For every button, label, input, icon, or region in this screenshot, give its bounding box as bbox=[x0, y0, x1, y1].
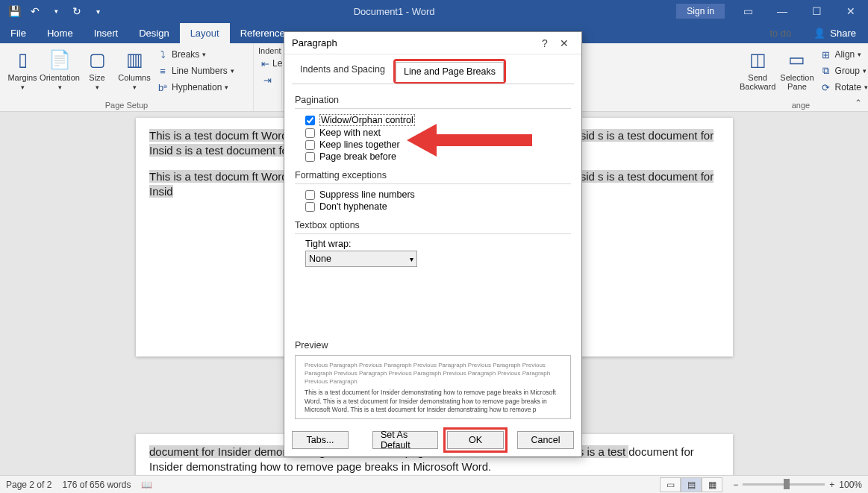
preview-prev-text: Previous Paragraph Previous Paragraph Pr… bbox=[305, 362, 561, 386]
share-button[interactable]: 👤 Share bbox=[802, 23, 868, 43]
close-icon[interactable]: ✕ bbox=[834, 0, 868, 22]
group-button[interactable]: ⧉Group▾ bbox=[817, 63, 868, 79]
align-button[interactable]: ⊞Align▾ bbox=[817, 46, 868, 63]
columns-label: Columns bbox=[118, 73, 150, 82]
tab-indents-spacing[interactable]: Indents and Spacing bbox=[292, 60, 393, 84]
page-break-label: Page break before bbox=[319, 151, 396, 162]
share-label: Share bbox=[830, 28, 856, 39]
tab-line-page-label: Line and Page Breaks bbox=[404, 66, 496, 77]
preview-box: Previous Paragraph Previous Paragraph Pr… bbox=[295, 355, 571, 419]
size-label: Size bbox=[89, 73, 104, 82]
suppress-input[interactable] bbox=[305, 190, 315, 200]
preview-mid-text: This is a test document for Insider demo… bbox=[305, 389, 561, 414]
redo-icon[interactable]: ↻ bbox=[67, 2, 87, 20]
group-btn-label: Group bbox=[835, 66, 860, 76]
title-bar: 💾 ↶ ▾ ↻ ▾ Document1 - Word Sign in ▭ — ☐… bbox=[0, 0, 868, 22]
send-backward-icon: ◫ bbox=[746, 48, 769, 72]
status-word-count[interactable]: 176 of 656 words bbox=[62, 480, 131, 490]
group-icon: ⧉ bbox=[820, 65, 832, 77]
keep-lines-together-checkbox[interactable]: Keep lines together bbox=[295, 139, 571, 151]
keep-lines-label: Keep lines together bbox=[319, 139, 400, 150]
maximize-icon[interactable]: ☐ bbox=[799, 0, 834, 22]
dont-hyphenate-checkbox[interactable]: Don't hyphenate bbox=[295, 201, 571, 213]
share-icon: 👤 bbox=[814, 28, 825, 39]
tab-layout[interactable]: Layout bbox=[180, 23, 230, 43]
line-numbers-button[interactable]: ≡Line Numbers▾ bbox=[154, 63, 237, 79]
tab-line-page-breaks[interactable]: Line and Page Breaks bbox=[396, 62, 504, 82]
keep-with-next-label: Keep with next bbox=[319, 128, 381, 138]
columns-button[interactable]: ▥Columns▾ bbox=[116, 46, 152, 92]
set-default-button[interactable]: Set As Default bbox=[372, 431, 438, 449]
orientation-icon: 📄 bbox=[48, 48, 72, 72]
zoom-slider[interactable] bbox=[743, 483, 825, 486]
dialog-close-icon[interactable]: ✕ bbox=[555, 37, 574, 49]
suppress-line-numbers-checkbox[interactable]: Suppress line numbers bbox=[295, 189, 571, 201]
formatting-heading: Formatting exceptions bbox=[295, 170, 571, 180]
hyphenation-button[interactable]: bᵃHyphenation▾ bbox=[154, 79, 237, 95]
tab-insert[interactable]: Insert bbox=[84, 23, 129, 43]
sign-in-button[interactable]: Sign in bbox=[676, 4, 725, 19]
chevron-down-icon: ▾ bbox=[410, 255, 413, 263]
pagination-heading: Pagination bbox=[295, 95, 571, 105]
page-break-input[interactable] bbox=[305, 152, 315, 162]
tabs-button[interactable]: Tabs... bbox=[292, 431, 349, 449]
save-icon[interactable]: 💾 bbox=[4, 2, 24, 20]
selection-pane-button[interactable]: ▭Selection Pane bbox=[778, 46, 815, 92]
hyphenation-icon: bᵃ bbox=[157, 81, 169, 93]
selection-pane-icon: ▭ bbox=[785, 48, 809, 72]
indent-left-frag: Le bbox=[272, 58, 282, 69]
send-backward-label: Send Backward bbox=[740, 73, 775, 91]
tab-truncated[interactable]: to do bbox=[759, 23, 802, 43]
window-controls: Sign in ▭ — ☐ ✕ bbox=[676, 0, 868, 22]
textbox-options-heading: Textbox options bbox=[295, 220, 571, 230]
read-mode-icon[interactable]: ▭ bbox=[660, 477, 681, 492]
tab-file[interactable]: File bbox=[0, 23, 37, 43]
web-layout-icon[interactable]: ▦ bbox=[702, 477, 722, 492]
minimize-icon[interactable]: — bbox=[765, 0, 799, 22]
status-proofing-icon[interactable]: 📖 bbox=[141, 480, 152, 490]
ribbon-options-icon[interactable]: ▭ bbox=[731, 0, 765, 22]
zoom-out-icon[interactable]: − bbox=[733, 480, 738, 490]
send-backward-button[interactable]: ◫Send Backward bbox=[738, 46, 777, 92]
keep-with-next-input[interactable] bbox=[305, 128, 315, 138]
keep-with-next-checkbox[interactable]: Keep with next bbox=[295, 127, 571, 139]
widow-orphan-label: Widow/Orphan control bbox=[319, 114, 415, 126]
ok-button[interactable]: OK bbox=[447, 431, 504, 449]
keep-lines-input[interactable] bbox=[305, 140, 315, 150]
tight-wrap-select[interactable]: None▾ bbox=[305, 251, 417, 267]
print-layout-icon[interactable]: ▤ bbox=[681, 477, 702, 492]
dont-hyphenate-input[interactable] bbox=[305, 202, 315, 212]
collapse-ribbon-icon[interactable]: ⌃ bbox=[855, 98, 862, 108]
margins-label: Margins bbox=[7, 73, 37, 82]
undo-more-icon[interactable]: ▾ bbox=[46, 2, 66, 20]
dialog-titlebar: Paragraph ? ✕ bbox=[284, 32, 581, 54]
rotate-icon: ⟳ bbox=[820, 81, 832, 93]
zoom-controls: − + 100% bbox=[733, 480, 862, 490]
widow-orphan-checkbox[interactable]: Widow/Orphan control bbox=[295, 113, 571, 127]
view-buttons: ▭ ▤ ▦ bbox=[660, 477, 722, 492]
page-break-before-checkbox[interactable]: Page break before bbox=[295, 151, 571, 163]
preview-heading: Preview bbox=[295, 340, 571, 351]
widow-orphan-input[interactable] bbox=[305, 116, 315, 125]
rotate-button[interactable]: ⟳Rotate▾ bbox=[817, 79, 868, 95]
undo-icon[interactable]: ↶ bbox=[25, 2, 45, 20]
breaks-button[interactable]: ⤵Breaks▾ bbox=[154, 46, 237, 63]
rotate-label: Rotate bbox=[835, 82, 861, 92]
zoom-in-icon[interactable]: + bbox=[829, 480, 834, 490]
dialog-help-icon[interactable]: ? bbox=[535, 37, 555, 49]
dialog-tabs: Indents and Spacing Line and Page Breaks bbox=[284, 54, 581, 84]
indent-right-button[interactable]: ⇥ bbox=[258, 72, 277, 88]
tab-home[interactable]: Home bbox=[37, 23, 84, 43]
qat-customize-icon[interactable]: ▾ bbox=[88, 2, 107, 20]
tab-design[interactable]: Design bbox=[128, 23, 179, 43]
align-icon: ⊞ bbox=[820, 48, 832, 60]
size-button[interactable]: ▢Size▾ bbox=[79, 46, 115, 92]
align-label: Align bbox=[835, 49, 855, 60]
cancel-button[interactable]: Cancel bbox=[517, 431, 574, 449]
indent-left-button[interactable]: ⇤Le bbox=[258, 55, 277, 72]
orientation-button[interactable]: 📄Orientation▾ bbox=[42, 46, 78, 92]
status-page[interactable]: Page 2 of 2 bbox=[6, 480, 51, 490]
margins-button[interactable]: ▯Margins▾ bbox=[4, 46, 40, 92]
zoom-level[interactable]: 100% bbox=[839, 480, 862, 490]
margins-icon: ▯ bbox=[10, 48, 34, 72]
